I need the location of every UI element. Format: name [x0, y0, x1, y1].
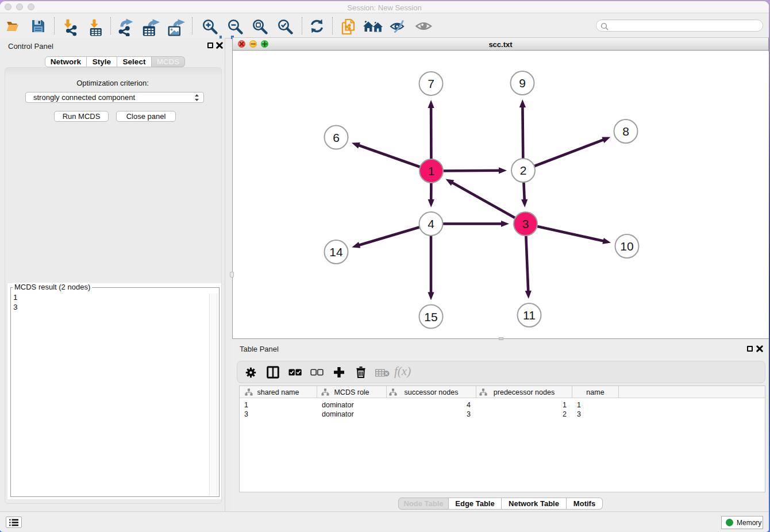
svg-text:11: 11: [523, 309, 536, 322]
svg-text:8: 8: [622, 125, 629, 138]
svg-text:3: 3: [522, 217, 529, 230]
svg-text:6: 6: [333, 131, 340, 144]
svg-text:10: 10: [620, 240, 633, 253]
svg-text:15: 15: [424, 310, 437, 323]
svg-text:2: 2: [520, 164, 527, 177]
svg-text:7: 7: [428, 77, 434, 90]
svg-text:9: 9: [519, 76, 526, 90]
svg-text:14: 14: [329, 245, 343, 259]
svg-text:4: 4: [428, 217, 434, 230]
svg-text:1: 1: [428, 164, 435, 178]
